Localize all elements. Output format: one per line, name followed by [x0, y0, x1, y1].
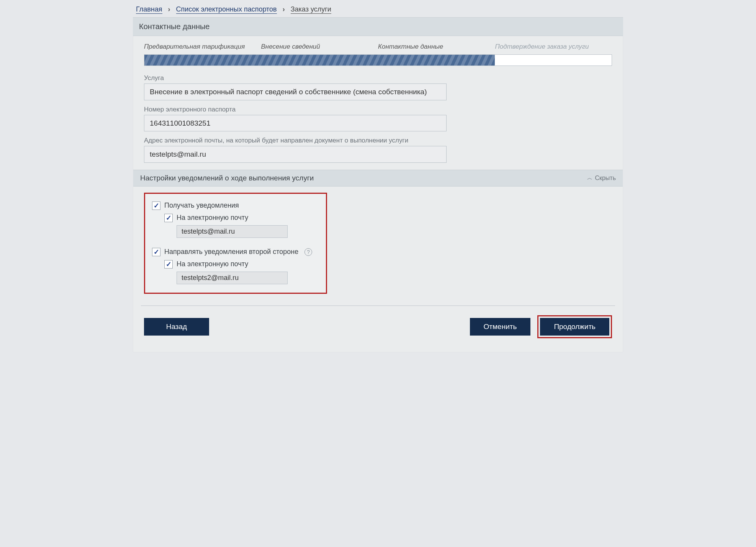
own-email-checkbox[interactable]: ✓ — [164, 214, 173, 222]
toggle-notifications[interactable]: ︿ Скрыть — [587, 175, 616, 182]
passport-value: 164311001083251 — [144, 115, 447, 132]
receive-checkbox[interactable]: ✓ — [152, 201, 160, 210]
step-2: Внесение сведений — [261, 43, 378, 51]
chevron-right-icon: › — [283, 5, 285, 13]
breadcrumb-current: Заказ услуги — [291, 5, 331, 14]
notifications-block: ✓ Получать уведомления ✓ На электронную … — [144, 193, 327, 294]
breadcrumb: Главная › Список электронных паспортов ›… — [133, 0, 623, 17]
service-value: Внесение в электронный паспорт сведений … — [144, 84, 447, 100]
check-icon: ✓ — [154, 249, 159, 255]
cancel-button[interactable]: Отменить — [470, 318, 531, 336]
send-other-checkbox[interactable]: ✓ — [152, 248, 160, 256]
progress-bar — [144, 54, 612, 66]
breadcrumb-home[interactable]: Главная — [136, 5, 162, 14]
check-icon: ✓ — [166, 261, 172, 268]
breadcrumb-list[interactable]: Список электронных паспортов — [176, 5, 277, 14]
actions-separator — [141, 305, 615, 306]
other-email-label: На электронную почту — [177, 260, 248, 268]
progress-fill — [144, 55, 495, 66]
notifications-title: Настройки уведомлений о ходе выполнения … — [140, 174, 314, 182]
step-4: Подтверждение заказа услуги — [495, 43, 612, 51]
panel-title: Контактные данные — [133, 17, 623, 36]
own-email-label: На электронную почту — [177, 214, 248, 222]
actions-row: Назад Отменить Продолжить — [144, 315, 612, 341]
chevron-right-icon: › — [168, 5, 170, 13]
step-3: Контактные данные — [378, 43, 495, 51]
notifications-header: Настройки уведомлений о ходе выполнения … — [133, 170, 623, 187]
continue-highlight: Продолжить — [537, 315, 612, 338]
check-icon: ✓ — [154, 202, 159, 209]
receive-label: Получать уведомления — [164, 201, 239, 210]
own-email-input[interactable]: testelpts@mail.ru — [177, 225, 288, 238]
service-label: Услуга — [144, 74, 612, 82]
other-email-checkbox[interactable]: ✓ — [164, 260, 173, 269]
other-email-input[interactable]: testelpts2@mail.ru — [177, 272, 288, 284]
passport-label: Номер электронного паспорта — [144, 106, 612, 113]
chevron-up-icon: ︿ — [587, 175, 592, 182]
check-icon: ✓ — [166, 215, 172, 221]
step-1: Предварительная тарификация — [144, 43, 261, 51]
wizard-steps: Предварительная тарификация Внесение све… — [144, 43, 612, 51]
back-button[interactable]: Назад — [144, 318, 209, 336]
continue-button[interactable]: Продолжить — [540, 318, 609, 336]
email-value: testelpts@mail.ru — [144, 146, 447, 163]
help-icon[interactable]: ? — [304, 248, 312, 256]
email-label: Адрес электронной почты, на который буде… — [144, 137, 612, 144]
send-other-label: Направлять уведомления второй стороне — [164, 248, 298, 256]
toggle-label: Скрыть — [595, 175, 616, 182]
content-area: Предварительная тарификация Внесение све… — [133, 36, 623, 352]
